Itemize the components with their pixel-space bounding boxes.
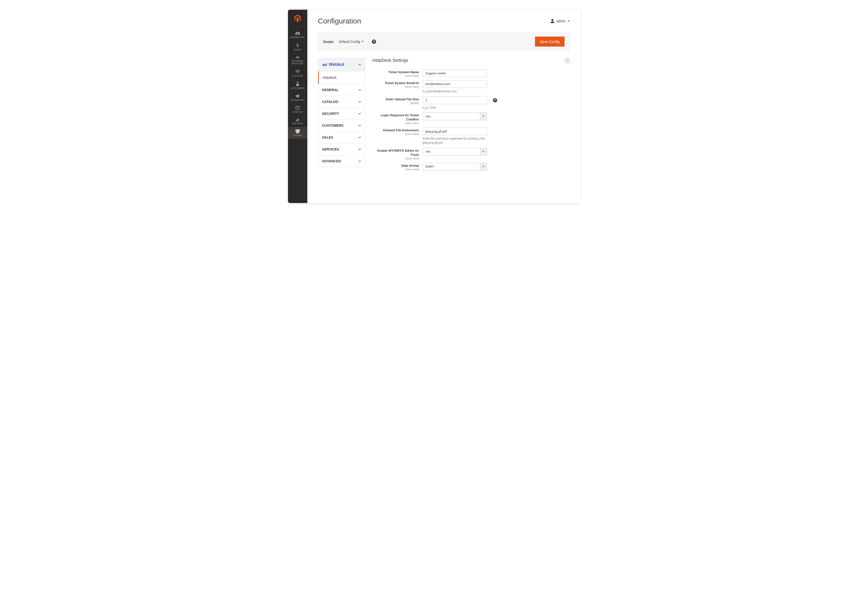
field-hint: Enter file extensions seperated by comma… [423, 137, 487, 145]
tab-webkul-label: Webkul [329, 62, 344, 67]
field-scope: [store view] [372, 133, 419, 135]
nav-marketing[interactable]: MARKETING [288, 92, 307, 104]
nav-reports[interactable]: REPORTS [288, 115, 307, 127]
user-icon [551, 19, 554, 23]
save-config-button[interactable]: Save Config [535, 37, 565, 46]
field-scope: [store view] [372, 121, 419, 124]
nav-label: SALES [288, 49, 307, 51]
field-hint: e.g johndoe@domain.com [423, 89, 487, 93]
field-scope: [store view] [372, 74, 419, 77]
field-scope: [store view] [372, 157, 419, 160]
field-label: Enter Upload File Size [372, 98, 419, 102]
chevron-down-icon [358, 101, 361, 103]
scope-bar: Scope: Default Config ? Save Config [318, 33, 570, 51]
login-required-select[interactable]: Yes [423, 112, 487, 120]
caret-down-icon [362, 41, 363, 42]
chevron-down-icon [358, 124, 361, 126]
store-icon [295, 129, 300, 133]
collapse-button[interactable] [565, 58, 570, 63]
nav-label: MARKETING [288, 99, 307, 102]
webkul-logo-icon [322, 63, 328, 67]
nav-content[interactable]: CONTENT [288, 104, 307, 115]
wysiwyg-select[interactable]: Yes [423, 148, 487, 155]
tab-webkul[interactable]: Webkul [318, 58, 365, 71]
tab-services[interactable]: SERVICES [318, 143, 365, 155]
nav-label: CONTENT [288, 111, 307, 113]
upload-file-size-input[interactable] [423, 96, 487, 104]
chevron-down-icon [358, 136, 361, 138]
chevron-up-icon [358, 64, 361, 66]
admin-sidebar: DASHBOARD $ SALES HELPDESK MANAGER CATAL… [288, 10, 307, 203]
nav-helpdesk-manager[interactable]: HELPDESK MANAGER [288, 53, 307, 67]
field-hint: e.g 2 (mb) [423, 106, 487, 110]
ticket-system-email-input[interactable] [423, 80, 487, 88]
page-title: Configuration [318, 17, 361, 25]
settings-form: HelpDesk Settings Ticket System Name[sto… [372, 58, 570, 171]
tab-advanced[interactable]: ADVANCED [318, 155, 365, 167]
scope-label: Scope: [323, 40, 334, 44]
select-value: Yes [423, 150, 433, 153]
tab-sales[interactable]: SALES [318, 132, 365, 143]
svg-text:$: $ [297, 43, 299, 47]
nav-sales[interactable]: $ SALES [288, 41, 307, 53]
tab-customers[interactable]: CUSTOMERS [318, 120, 365, 132]
tab-security[interactable]: SECURITY [318, 108, 365, 120]
field-scope: [store view] [372, 168, 419, 171]
select-value: D/M/Y [423, 165, 437, 169]
nav-label: CUSTOMERS [288, 87, 307, 90]
select-value: Yes [423, 115, 433, 118]
field-label: Allowed File Extensions [372, 129, 419, 133]
bars-icon [295, 117, 300, 121]
nav-label: STORES [288, 134, 307, 137]
field-label: Ticket System Email-id [372, 81, 419, 85]
help-icon[interactable]: ? [372, 40, 376, 44]
field-label: Enable WYSIWYG Editor on Front [372, 149, 419, 157]
cube-icon [295, 69, 300, 74]
chevron-down-icon [358, 112, 361, 115]
dollar-icon: $ [296, 43, 299, 47]
caret-down-icon [483, 151, 484, 152]
nav-customers[interactable]: CUSTOMERS [288, 79, 307, 92]
nav-dashboard[interactable]: DASHBOARD [288, 29, 307, 41]
nav-catalog[interactable]: CATALOG [288, 67, 307, 79]
layout-icon [295, 106, 300, 110]
user-menu[interactable]: admin [551, 19, 569, 23]
helpdesk-icon [295, 55, 300, 59]
app-window: DASHBOARD $ SALES HELPDESK MANAGER CATAL… [288, 10, 580, 203]
scope-value: Default Config [339, 40, 360, 44]
field-scope: [store view] [372, 85, 419, 88]
chevron-down-icon [358, 160, 361, 162]
tab-helpdesk[interactable]: Helpdesk [318, 71, 365, 84]
nav-label: REPORTS [288, 122, 307, 125]
field-label: Date format [372, 164, 419, 168]
chevron-down-icon [358, 148, 361, 150]
date-format-select[interactable]: D/M/Y [423, 163, 487, 170]
person-icon [296, 82, 299, 86]
field-scope: [global] [372, 102, 419, 104]
caret-down-icon [568, 21, 570, 22]
chevron-down-icon [358, 89, 361, 91]
tab-catalog[interactable]: CATALOG [318, 96, 365, 108]
caret-down-icon [483, 166, 484, 167]
nav-label: CATALOG [288, 75, 307, 77]
section-title: HelpDesk Settings [372, 58, 408, 63]
field-label: Ticket System Name [372, 70, 419, 74]
chevron-up-icon [566, 60, 568, 61]
nav-stores[interactable]: STORES [288, 127, 307, 139]
scope-select[interactable]: Default Config [339, 40, 363, 44]
allowed-extensions-input[interactable] [423, 127, 487, 135]
nav-label: DASHBOARD [288, 36, 307, 39]
ticket-system-name-input[interactable] [423, 69, 487, 77]
nav-label: HELPDESK MANAGER [288, 60, 307, 65]
field-label: Login Required for Ticket Creation [372, 113, 419, 121]
tab-general[interactable]: GENERAL [318, 84, 365, 96]
caret-down-icon [483, 116, 484, 117]
config-tabs: Webkul Helpdesk GENERAL CATALOG SECURITY… [318, 58, 365, 171]
gauge-icon [295, 32, 300, 35]
megaphone-icon [295, 94, 300, 98]
magento-logo [293, 14, 302, 23]
user-name: admin [556, 19, 565, 23]
main-content: Configuration admin Scope: Default Confi… [307, 10, 580, 203]
help-icon[interactable]: ? [493, 98, 497, 102]
